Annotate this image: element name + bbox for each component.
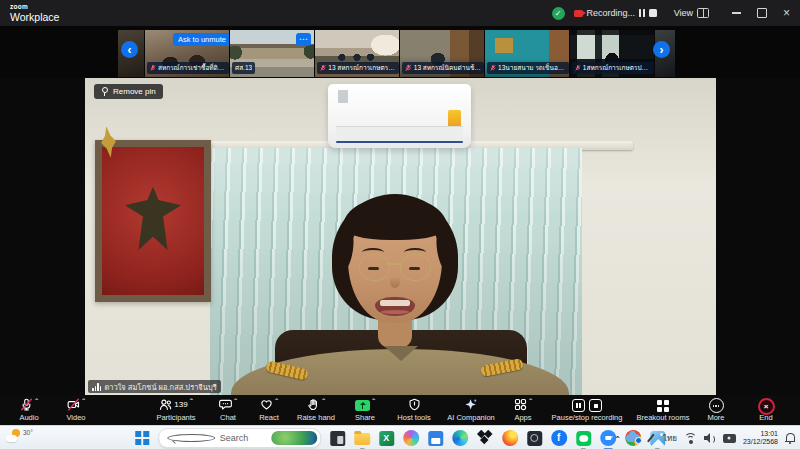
chat-icon bbox=[219, 398, 232, 411]
raise-hand-button[interactable]: ˆ Raise hand bbox=[290, 395, 342, 425]
breakout-rooms-label: Breakout rooms bbox=[637, 414, 690, 422]
video-filmstrip: ‹ › Ask to unmute ⋯ สหกรณ์การเช่าซื้อที่… bbox=[0, 26, 800, 78]
chevron-up-icon[interactable]: ˆ bbox=[35, 398, 38, 407]
thumbnail-more-button[interactable]: ⋯ bbox=[296, 33, 311, 46]
weather-icon bbox=[6, 429, 21, 443]
chevron-up-icon[interactable]: ˆ bbox=[275, 398, 278, 407]
onedrive-icon[interactable] bbox=[626, 434, 640, 442]
apps-icon bbox=[514, 398, 527, 411]
pin-icon bbox=[101, 87, 108, 96]
main-stage: Remove pin ดาวใจ สมโภชน์ ผอ.กสส.ปราจีนบุ… bbox=[0, 78, 800, 395]
participant-name: 1สหกรณ์การเกษตรปากเกร... bbox=[583, 63, 651, 73]
chevron-up-icon[interactable]: ˆ bbox=[82, 398, 85, 407]
pause-recording-icon[interactable] bbox=[572, 399, 585, 412]
copilot-icon bbox=[403, 430, 419, 446]
host-tools-label: Host tools bbox=[397, 414, 430, 422]
chevron-up-icon[interactable]: ˆ bbox=[529, 398, 532, 407]
react-button[interactable]: ˆ React bbox=[248, 395, 290, 425]
minimize-button[interactable] bbox=[732, 12, 741, 14]
muted-mic-icon bbox=[20, 398, 33, 411]
chevron-up-icon[interactable]: ˆ bbox=[372, 398, 375, 407]
time-label: 13:01 bbox=[743, 430, 778, 438]
stop-recording-icon[interactable] bbox=[649, 9, 657, 17]
breakout-rooms-button[interactable]: Breakout rooms bbox=[630, 395, 696, 425]
chevron-up-icon[interactable]: ˆ bbox=[190, 398, 193, 407]
volume-icon[interactable] bbox=[704, 433, 716, 443]
search-daily-image[interactable] bbox=[271, 431, 317, 445]
x-icon: × bbox=[764, 403, 769, 411]
muted-mic-icon bbox=[490, 64, 496, 72]
ask-to-unmute-button[interactable]: Ask to unmute bbox=[173, 33, 229, 46]
more-label: More bbox=[707, 414, 724, 422]
line-icon bbox=[576, 431, 591, 446]
folder-icon bbox=[354, 433, 370, 445]
remove-pin-button[interactable]: Remove pin bbox=[94, 84, 163, 99]
participant-name: 13 สหกรณ์การเกษตรศรีเ... bbox=[328, 63, 396, 73]
active-speaker-name-badge: ดาวใจ สมโภชน์ ผอ.กสส.ปราจีนบุรี bbox=[88, 380, 221, 393]
maximize-button[interactable] bbox=[757, 8, 767, 18]
participants-button[interactable]: 139 ˆ Participants bbox=[144, 395, 208, 425]
taskbar-app-copilot[interactable] bbox=[403, 426, 419, 449]
video-thumbnail[interactable]: 13 สหกรณ์การเกษตรศรีเ... bbox=[315, 30, 399, 77]
language-indicator[interactable]: ไทย bbox=[663, 432, 677, 445]
pause-stop-label: Pause/stop recording bbox=[552, 414, 623, 422]
taskbar-app-store[interactable] bbox=[428, 426, 443, 449]
notification-bell-icon[interactable] bbox=[785, 432, 795, 444]
edge-icon bbox=[452, 430, 468, 446]
video-thumbnail[interactable]: 13นายสนาม รถเข็นอเนกเ... bbox=[485, 30, 569, 77]
video-thumbnail[interactable]: 13 สหกรณ์นิคมด่านช้า... bbox=[400, 30, 484, 77]
taskbar-app-camera[interactable] bbox=[527, 426, 542, 449]
video-button[interactable]: ˆ Video bbox=[52, 395, 100, 425]
taskbar-clock[interactable]: 13:01 23/12/2568 bbox=[743, 430, 778, 446]
security-shield-icon[interactable]: ✓ bbox=[552, 7, 565, 20]
taskbar-app-dropbox[interactable] bbox=[477, 426, 493, 449]
audio-label: Audio bbox=[19, 414, 38, 422]
ai-companion-button[interactable]: AI Companion bbox=[440, 395, 502, 425]
camera-in-use-icon[interactable] bbox=[723, 434, 736, 443]
chat-button[interactable]: ˆ Chat bbox=[208, 395, 248, 425]
wifi-icon[interactable] bbox=[684, 433, 697, 443]
dark-app-icon bbox=[330, 431, 345, 446]
chevron-up-icon[interactable]: ˆ bbox=[234, 398, 237, 407]
taskbar-search[interactable]: Search bbox=[158, 428, 321, 448]
taskbar-app-edge[interactable] bbox=[452, 426, 468, 449]
filmstrip-next-button[interactable]: › bbox=[653, 41, 670, 58]
participants-count: 139 bbox=[174, 401, 187, 409]
taskbar-app-zoom[interactable] bbox=[600, 426, 616, 449]
audio-button[interactable]: ˆ Audio bbox=[6, 395, 52, 425]
pause-recording-icon[interactable] bbox=[639, 9, 645, 17]
share-screen-icon bbox=[355, 400, 370, 411]
stop-recording-icon[interactable] bbox=[589, 399, 602, 412]
pen-icon[interactable] bbox=[647, 433, 656, 444]
video-thumbnail[interactable]: ⋯ ศส.13 bbox=[230, 30, 314, 77]
taskbar-app-file-explorer[interactable] bbox=[354, 426, 370, 449]
recording-label: Recording... bbox=[587, 8, 636, 18]
more-button[interactable]: More bbox=[696, 395, 736, 425]
end-meeting-button[interactable]: × End bbox=[746, 395, 786, 425]
breakout-rooms-icon bbox=[657, 400, 669, 412]
video-thumbnail[interactable]: 1สหกรณ์การเกษตรปากเกร... bbox=[570, 30, 654, 77]
video-thumbnail[interactable]: Ask to unmute ⋯ สหกรณ์การเช่าซื้อที่ดินเ… bbox=[145, 30, 229, 77]
share-button[interactable]: ˆ Share bbox=[342, 395, 388, 425]
taskbar-app-darkapp[interactable] bbox=[330, 426, 345, 449]
recording-indicator: Recording... bbox=[574, 8, 657, 18]
system-tray: ˆ ไทย 13:01 23/12/2568 bbox=[616, 426, 795, 449]
view-button[interactable]: View bbox=[674, 8, 709, 18]
close-button[interactable]: × bbox=[783, 7, 790, 19]
filmstrip-prev-button[interactable]: ‹ bbox=[121, 41, 138, 58]
chevron-up-icon[interactable]: ˆ bbox=[322, 398, 325, 407]
participant-name-badge: ศส.13 bbox=[232, 62, 255, 74]
taskbar-app-facebook[interactable]: f bbox=[551, 426, 567, 449]
taskbar-app-excel[interactable]: X bbox=[379, 426, 394, 449]
weather-widget[interactable]: 30° bbox=[6, 429, 33, 443]
tray-expand-icon[interactable]: ˆ bbox=[616, 435, 619, 446]
shield-icon bbox=[408, 398, 421, 411]
start-button[interactable] bbox=[135, 426, 149, 449]
host-tools-button[interactable]: Host tools bbox=[388, 395, 440, 425]
taskbar-app-firefox[interactable] bbox=[502, 426, 518, 449]
taskbar-app-line[interactable] bbox=[576, 426, 591, 449]
layout-view-icon bbox=[697, 8, 709, 18]
pause-stop-recording-button[interactable]: Pause/stop recording bbox=[544, 395, 630, 425]
apps-button[interactable]: ˆ Apps bbox=[502, 395, 544, 425]
ai-companion-label: AI Companion bbox=[447, 414, 495, 422]
